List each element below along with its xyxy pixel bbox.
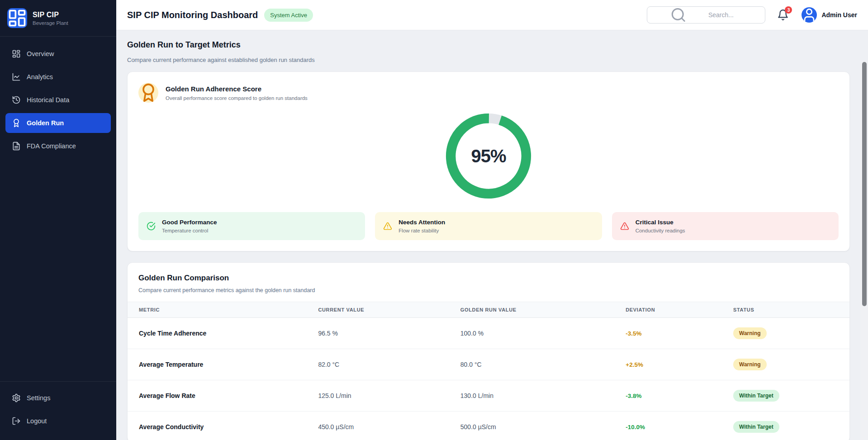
sidebar: SIP CIP Beverage Plant Overview Analytic… [0, 0, 116, 440]
status-card-title: Good Performance [162, 219, 217, 226]
sidebar-item-fda-compliance[interactable]: FDA Compliance [5, 136, 111, 156]
metric-cell: Average Conductivity [128, 412, 311, 440]
award-icon [12, 118, 21, 128]
grid-icon [7, 8, 27, 28]
status-card-title: Critical Issue [636, 219, 685, 226]
status-card-warning: Needs Attention Flow rate stability [375, 212, 602, 240]
status-badge: Within Target [733, 390, 779, 402]
search-input[interactable] [708, 11, 760, 19]
user-icon [802, 7, 817, 23]
deviation-cell: +2.5% [618, 349, 726, 380]
status-card-good: Good Performance Temperature control [138, 212, 365, 240]
table-row: Average Conductivity450.0 µS/cm500.0 µS/… [128, 412, 849, 440]
notifications-button[interactable]: 3 [777, 9, 789, 21]
sidebar-item-label: Historical Data [27, 96, 69, 104]
current-value-cell: 450.0 µS/cm [311, 412, 453, 440]
user-menu[interactable]: Admin User [802, 7, 857, 23]
status-cell: Warning [726, 349, 849, 380]
status-badge: Warning [733, 359, 767, 370]
grid-icon [12, 49, 21, 58]
comparison-card: Golden Run Comparison Compare current pe… [127, 262, 850, 440]
status-card-subtitle: Conductivity readings [636, 228, 685, 233]
metric-cell: Cycle Time Adherence [128, 318, 311, 349]
status-cell: Within Target [726, 412, 849, 440]
app-logo: SIP CIP Beverage Plant [0, 0, 116, 37]
sidebar-item-overview[interactable]: Overview [5, 44, 111, 64]
status-badge: Within Target [733, 421, 779, 433]
adherence-gauge: 95% [444, 112, 533, 200]
vertical-scrollbar[interactable] [860, 61, 868, 440]
column-header: Golden Run Value [453, 302, 618, 318]
current-value-cell: 96.5 % [311, 318, 453, 349]
comparison-table: MetricCurrent ValueGolden Run ValueDevia… [128, 302, 849, 440]
status-card-subtitle: Flow rate stability [398, 228, 445, 233]
metric-cell: Average Temperature [128, 349, 311, 380]
adherence-card-title: Golden Run Adherence Score [166, 85, 308, 93]
status-cell: Warning [726, 318, 849, 349]
column-header: Current Value [311, 302, 453, 318]
column-header: Metric [128, 302, 311, 318]
sidebar-footer: Settings Logout [0, 381, 116, 440]
page-title: Golden Run to Target Metrics [127, 40, 850, 50]
search-box[interactable] [647, 6, 765, 24]
deviation-cell: -3.8% [618, 380, 726, 412]
table-row: Average Temperature82.0 °C80.0 °C+2.5%Wa… [128, 349, 849, 380]
app-logo-icon [7, 8, 27, 28]
current-value-cell: 125.0 L/min [311, 380, 453, 412]
sidebar-item-analytics[interactable]: Analytics [5, 67, 111, 87]
adherence-score-value: 95% [444, 112, 533, 200]
comparison-title: Golden Run Comparison [138, 274, 839, 283]
deviation-cell: -3.5% [618, 318, 726, 349]
search-icon [653, 7, 704, 23]
deviation-cell: -10.0% [618, 412, 726, 440]
notification-count-badge: 3 [785, 6, 792, 14]
system-status-badge: System Active [264, 9, 313, 22]
main-column: SIP CIP Monitoring Dashboard System Acti… [116, 0, 868, 440]
column-header: Deviation [618, 302, 726, 318]
sidebar-item-label: Analytics [27, 73, 53, 80]
award-icon-circle [138, 83, 158, 103]
table-row: Average Flow Rate125.0 L/min130.0 L/min-… [128, 380, 849, 412]
line-chart-icon [12, 72, 21, 81]
app-subtitle: Beverage Plant [33, 20, 68, 26]
table-header-row: MetricCurrent ValueGolden Run ValueDevia… [128, 302, 849, 318]
comparison-subtitle: Compare current performance metrics agai… [138, 287, 839, 293]
metric-cell: Average Flow Rate [128, 380, 311, 412]
sidebar-item-golden-run[interactable]: Golden Run [5, 113, 111, 133]
sidebar-nav: Overview Analytics Historical Data Golde… [0, 37, 116, 163]
gear-icon [12, 393, 21, 402]
table-row: Cycle Time Adherence96.5 %100.0 %-3.5%Wa… [128, 318, 849, 349]
sidebar-item-logout[interactable]: Logout [5, 411, 111, 431]
sidebar-item-label: Golden Run [27, 119, 64, 127]
dashboard-title: SIP CIP Monitoring Dashboard [127, 10, 258, 20]
scrollbar-thumb[interactable] [862, 62, 867, 306]
column-header: Status [726, 302, 849, 318]
alert-triangle-icon [620, 222, 629, 231]
status-summary-row: Good Performance Temperature control Nee… [138, 212, 839, 240]
golden-run-value-cell: 130.0 L/min [453, 380, 618, 412]
status-card-critical: Critical Issue Conductivity readings [612, 212, 839, 240]
status-card-title: Needs Attention [398, 219, 445, 226]
check-circle-icon [147, 222, 156, 231]
adherence-score-card: Golden Run Adherence Score Overall perfo… [127, 71, 850, 251]
sidebar-item-label: Settings [27, 394, 50, 402]
status-cell: Within Target [726, 380, 849, 412]
adherence-card-subtitle: Overall performance score compared to go… [166, 95, 308, 101]
top-bar: SIP CIP Monitoring Dashboard System Acti… [116, 0, 868, 30]
sidebar-item-label: FDA Compliance [27, 142, 76, 150]
golden-run-value-cell: 80.0 °C [453, 349, 618, 380]
alert-triangle-icon [383, 222, 392, 231]
content-area: Golden Run to Target Metrics Compare cur… [116, 30, 868, 440]
sidebar-item-historical-data[interactable]: Historical Data [5, 90, 111, 110]
sidebar-item-settings[interactable]: Settings [5, 388, 111, 408]
page-subtitle: Compare current performance against esta… [127, 57, 850, 63]
golden-run-value-cell: 100.0 % [453, 318, 618, 349]
golden-run-value-cell: 500.0 µS/cm [453, 412, 618, 440]
sidebar-item-label: Logout [27, 417, 47, 425]
logout-icon [12, 416, 21, 426]
award-icon [138, 83, 158, 103]
status-badge: Warning [733, 327, 767, 339]
sidebar-item-label: Overview [27, 50, 54, 57]
file-text-icon [12, 142, 21, 151]
app-title: SIP CIP [33, 11, 68, 19]
